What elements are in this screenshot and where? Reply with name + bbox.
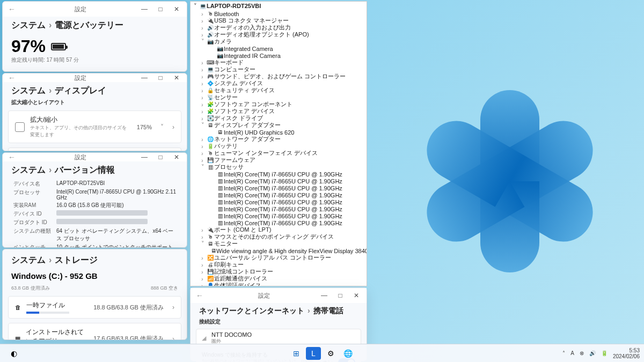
settings-icon[interactable]: ⚙ <box>323 347 338 360</box>
back-button[interactable]: ← <box>196 291 203 300</box>
crumb-system[interactable]: システム <box>11 86 46 95</box>
breadcrumb: システム›ストレージ <box>3 249 187 268</box>
spec-row: ペンとタッチ10 タッチ ポイントでのペンとタッチのサポート <box>13 243 176 248</box>
start-button[interactable]: ⊞ <box>289 347 304 360</box>
minimize-button[interactable]: — <box>136 5 152 13</box>
titlebar: ← 設定 — □ ✕ <box>3 73 187 82</box>
titlebar: ← 設定 — □ ✕ <box>3 2 187 17</box>
close-button[interactable]: ✕ <box>348 292 364 299</box>
storage-apps-row[interactable]: ▦ インストールされているアプリ 17.6 GB/63.8 GB 使用済み › <box>8 323 181 340</box>
tree-item[interactable]: ▥Intel(R) Core(TM) i7-8665U CPU @ 1.90GH… <box>191 212 367 219</box>
scale-icon <box>15 122 25 132</box>
titlebar: ← 設定 — □ ✕ <box>3 153 187 161</box>
window-title: 設定 <box>212 292 316 300</box>
maximize-button[interactable]: □ <box>332 292 348 299</box>
tree-item[interactable]: ˅🖥モニター <box>191 240 367 247</box>
spec-row: 実装RAM16.0 GB (15.8 GB 使用可能) <box>13 202 176 209</box>
back-button[interactable]: ← <box>8 73 16 82</box>
tree-item[interactable]: ˅📷カメラ <box>191 38 367 45</box>
minimize-button[interactable]: — <box>136 153 152 161</box>
device-manager-window: ˅💻LAPTOP-RDT25VBI ›🖱Bluetooth›🔌USB コネクタ … <box>190 1 367 286</box>
window-title: 設定 <box>24 74 136 82</box>
settings-about-window: ← 設定 — □ ✕ システム›バージョン情報 デバイス名LAPTOP-RDT2… <box>2 152 187 248</box>
tree-item[interactable]: ▥Intel(R) Core(TM) i7-8665U CPU @ 1.90GH… <box>191 171 367 178</box>
scale-setting-row[interactable]: 拡大/縮小テキスト、アプリ、その他の項目のサイズを変更します 175% ˅ › <box>8 110 181 143</box>
settings-storage-window: システム›ストレージ Windows (C:) - 952 GB 63.8 GB… <box>2 249 187 340</box>
edge-icon[interactable]: ◐ <box>6 347 21 360</box>
app-icon[interactable]: L <box>306 347 321 360</box>
wifi-icon[interactable]: ⊗ <box>580 350 584 356</box>
settings-power-window: ← 設定 — □ ✕ システム›電源とバッテリー 97% 推定残り時間: 17 … <box>2 1 187 72</box>
minimize-button[interactable]: — <box>316 292 332 299</box>
tree-item[interactable]: ▥Intel(R) Core(TM) i7-8665U CPU @ 1.90GH… <box>191 184 367 191</box>
tree-item[interactable]: 📷Integrated Camera <box>191 45 367 52</box>
trash-icon: 🗑 <box>15 304 21 311</box>
section-scale: 拡大縮小とレイアウト <box>3 99 187 108</box>
globe-icon[interactable]: 🌐 <box>340 347 355 360</box>
spec-row: デバイス名LAPTOP-RDT25VBI <box>13 180 176 188</box>
spec-table: デバイス名LAPTOP-RDT25VBIプロセッサIntel(R) Core(T… <box>3 178 187 248</box>
tree-item[interactable]: ˅🖥ディスプレイ アダプター <box>191 122 367 129</box>
spec-row: プロダクト ID <box>13 219 176 226</box>
taskbar-center: ⊞ L ⚙ 🌐 <box>289 347 355 360</box>
chevron-right-icon: › <box>172 123 174 131</box>
chevron-right-icon: › <box>172 304 174 311</box>
settings-display-window: ← 設定 — □ ✕ システム›ディスプレイ 拡大縮小とレイアウト 拡大/縮小テ… <box>2 73 187 151</box>
titlebar: ← 設定 — □ ✕ <box>191 288 367 303</box>
clock-date: 2024/02/06 <box>613 353 640 359</box>
battery-percent: 97% <box>3 33 187 56</box>
tree-item[interactable]: ▥Intel(R) Core(TM) i7-8665U CPU @ 1.90GH… <box>191 178 367 184</box>
window-title: 設定 <box>24 5 136 13</box>
chevron-down-icon: ˅ <box>160 123 164 131</box>
spec-row: システムの種類64 ビット オペレーティング システム、x64 ベース プロセッ… <box>13 227 176 242</box>
tree-item[interactable]: ▥Intel(R) Core(TM) i7-8665U CPU @ 1.90GH… <box>191 198 367 205</box>
resolution-setting-row[interactable]: ディスプレイの解像度接続されているディスプレイに合うように解像度を調整する 38… <box>8 147 181 151</box>
battery-icon[interactable]: 🔋 <box>601 350 608 356</box>
spec-row: デバイス ID <box>13 210 176 218</box>
breadcrumb: システム›ディスプレイ <box>3 82 187 99</box>
tray-chevron-icon[interactable]: ˄ <box>562 350 565 356</box>
system-tray[interactable]: ˄ A ⊗ 🔊 🔋 5:53 2024/02/06 <box>562 348 640 359</box>
signal-icon: ◢ <box>202 335 206 342</box>
taskbar: ◐ ⊞ L ⚙ 🌐 ˄ A ⊗ 🔊 🔋 5:53 2024/02/06 <box>0 344 644 362</box>
crumb-network[interactable]: ネットワークとインターネット <box>199 306 304 315</box>
back-button[interactable]: ← <box>8 5 16 13</box>
breadcrumb: システム›バージョン情報 <box>3 161 187 178</box>
breadcrumb: ネットワークとインターネット›携帯電話 <box>191 303 367 318</box>
close-button[interactable]: ✕ <box>169 5 185 13</box>
crumb-page: ストレージ <box>55 255 98 264</box>
tree-item[interactable]: ▥Intel(R) Core(TM) i7-8665U CPU @ 1.90GH… <box>191 191 367 198</box>
crumb-page: 携帯電話 <box>313 306 343 315</box>
minimize-button[interactable]: — <box>136 74 152 82</box>
drive-title: Windows (C:) - 952 GB <box>3 268 187 280</box>
crumb-system[interactable]: システム <box>11 165 46 174</box>
battery-estimate: 推定残り時間: 17 時間 57 分 <box>3 56 187 66</box>
crumb-page: ディスプレイ <box>55 86 106 95</box>
storage-free: 888 GB 空き <box>151 285 178 292</box>
crumb-page: 電源とバッテリー <box>55 20 123 29</box>
breadcrumb: システム›電源とバッテリー <box>3 17 187 33</box>
tree-root[interactable]: ˅💻LAPTOP-RDT25VBI <box>191 2 367 10</box>
maximize-button[interactable]: □ <box>152 5 169 13</box>
close-button[interactable]: ✕ <box>169 153 185 161</box>
crumb-system[interactable]: システム <box>11 20 46 29</box>
spec-row: プロセッサIntel(R) Core(TM) i7-8665U CPU @ 1.… <box>13 189 176 201</box>
chevron-right-icon: › <box>172 335 174 341</box>
close-button[interactable]: ✕ <box>169 74 185 82</box>
maximize-button[interactable]: □ <box>152 74 169 82</box>
tree-item[interactable]: ▥Intel(R) Core(TM) i7-8665U CPU @ 1.90GH… <box>191 205 367 212</box>
battery-icon <box>51 43 66 50</box>
crumb-system[interactable]: システム <box>11 255 46 264</box>
volume-icon[interactable]: 🔊 <box>589 350 596 356</box>
back-button[interactable]: ← <box>8 153 16 161</box>
scale-value: 175% <box>137 124 152 130</box>
tree-item[interactable]: ˅▥プロセッサ <box>191 164 367 171</box>
crumb-page: バージョン情報 <box>55 165 115 174</box>
maximize-button[interactable]: □ <box>152 153 169 161</box>
storage-used: 63.8 GB 使用済み <box>11 285 50 292</box>
tree-item[interactable]: ›👤生体認証デバイス <box>191 282 367 286</box>
section-connection: 接続設定 <box>191 318 367 328</box>
ime-indicator[interactable]: A <box>570 350 574 356</box>
window-title: 設定 <box>24 153 136 161</box>
storage-temp-row[interactable]: 🗑 一時ファイル 18.8 GB/63.8 GB 使用済み › <box>8 296 181 319</box>
